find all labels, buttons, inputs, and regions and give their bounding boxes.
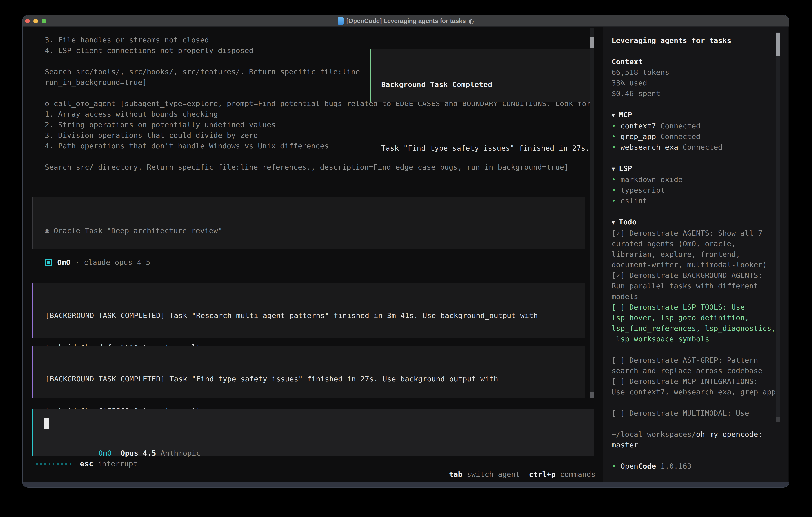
text-line: [612, 397, 776, 408]
sidebar-content: Leveraging agents for tasks Context66,51…: [612, 35, 776, 471]
terminal-window: [OpenCode] Leveraging agents for tasks ◐…: [23, 16, 789, 487]
lsp-name: markdown-oxide: [620, 175, 683, 184]
app-name: Open: [620, 462, 638, 470]
workspace-branch: master: [612, 441, 638, 449]
text-segment: 2. String operations on potentially unde…: [45, 120, 276, 129]
todo-text: Run parallel tasks with different: [612, 282, 758, 290]
notification-title: Background Task Completed: [381, 79, 591, 90]
context-spent: $0.46 spent: [612, 89, 660, 98]
lsp-item: • markdown-oxide: [612, 174, 776, 185]
mcp-status: Connected: [660, 122, 700, 130]
todo-text: models: [612, 293, 638, 301]
lsp-item: • eslint: [612, 195, 776, 206]
bullet-icon: •: [612, 462, 620, 470]
esc-key: esc: [80, 460, 93, 468]
agent-model: claude-opus-4-5: [84, 257, 150, 268]
lsp-name: typescript: [620, 186, 665, 194]
todo-text: [✓] Demonstrate BACKGROUND AGENTS:: [612, 271, 763, 279]
lsp-name: eslint: [620, 196, 647, 205]
sidebar-scrollbar-end[interactable]: [776, 417, 780, 422]
context-heading-line: Context: [612, 56, 776, 67]
agent-name: OmO: [57, 257, 70, 268]
text-line: [612, 46, 776, 56]
todo-text: lsp_workspace_symbols: [612, 335, 709, 343]
bullet-icon: •: [612, 122, 620, 130]
todo-item-line: curated agents (OmO, oracle,: [612, 238, 776, 249]
todo-item-line: [ ] Demonstrate MCP INTEGRATIONS:: [612, 376, 776, 387]
bullet-icon: •: [612, 186, 620, 194]
window-title: [OpenCode] Leveraging agents for tasks ◐: [23, 16, 789, 27]
statusbar-left: esc interrupt: [36, 458, 138, 469]
agent-icon: [45, 259, 52, 266]
app-name-bold: Code: [638, 462, 656, 470]
chat-scrollbar[interactable]: [590, 28, 594, 398]
document-icon: [338, 18, 344, 25]
bullet-icon: •: [612, 175, 620, 184]
bullet-icon: •: [612, 132, 620, 140]
mcp-name: websearch_exa: [620, 143, 683, 151]
app-version: 1.0.163: [656, 462, 692, 470]
tab-key: tab: [449, 470, 463, 479]
mcp-item: • context7 Connected: [612, 120, 776, 131]
workspace-line: ~/local-workspaces/oh-my-opencode:: [612, 429, 776, 440]
lsp-heading: LSP: [619, 164, 632, 172]
context-used-line: 33% used: [612, 78, 776, 88]
chat-scrollbar-end[interactable]: [590, 392, 594, 398]
mcp-heading: MCP: [619, 111, 632, 119]
context-tokens-line: 66,518 tokens: [612, 67, 776, 78]
text-segment: 4. LSP client connections not properly d…: [45, 46, 254, 55]
agent-header: OmO · claude-opus-4-5: [45, 257, 150, 268]
todo-text: document-writer, multimodal-looker): [612, 261, 767, 269]
notification-body: Task "Find type safety issues" finished …: [381, 143, 591, 153]
context-used: 33% used: [612, 79, 647, 87]
todo-text: [ ] Demonstrate MULTIMODAL: Use: [612, 409, 749, 417]
text-line: [612, 418, 776, 429]
todo-text: [✓] Demonstrate AGENTS: Show all 7: [612, 229, 763, 237]
mcp-item: • grep_app Connected: [612, 131, 776, 142]
text-line: [612, 344, 776, 355]
text-line: [612, 152, 776, 163]
chat-scrollbar-thumb[interactable]: [590, 36, 594, 48]
workspace-repo: oh-my-opencode:: [696, 430, 762, 438]
branch-line: master: [612, 440, 776, 450]
task-message-line1: [BACKGROUND TASK COMPLETED] Task "Find t…: [45, 374, 585, 384]
mcp-name: context7: [620, 122, 660, 130]
record-icon: ◉: [45, 226, 54, 235]
separator-dot: ·: [70, 257, 84, 268]
context-usage-icon: ◐: [468, 18, 474, 25]
todo-heading-line: ▼ Todo: [612, 217, 776, 228]
blank-line: [381, 111, 591, 121]
text-segment: Search src/tools/, src/hooks/, src/featu…: [45, 67, 360, 76]
prompt-input[interactable]: OmO Opus 4.5 Anthropic: [32, 409, 594, 456]
mcp-heading-line: ▼ MCP: [612, 109, 776, 120]
esc-label: interrupt: [93, 460, 138, 468]
window-title-text: [OpenCode] Leveraging agents for tasks: [346, 18, 466, 25]
context-tokens: 66,518 tokens: [612, 68, 669, 76]
context-heading: Context: [612, 58, 643, 66]
lsp-heading-line: ▼ LSP: [612, 163, 776, 174]
oracle-task-box: ◉ Oracle Task "Deep architecture review"…: [32, 197, 585, 249]
todo-item-line: lsp_find_references, lsp_diagnostics,: [612, 323, 776, 334]
todo-item-line: models: [612, 291, 776, 302]
bullet-icon: •: [612, 143, 620, 151]
todo-item-line: librarian, explore, frontend,: [612, 249, 776, 260]
background-task-box-1: [BACKGROUND TASK COMPLETED] Task "Resear…: [32, 283, 585, 338]
text-segment: run_in_background=true]: [45, 78, 147, 86]
todo-item-line: [ ] Demonstrate MULTIMODAL: Use: [612, 408, 776, 418]
chevron-down-icon: ▼: [612, 165, 619, 172]
gear-icon: ⚙: [45, 99, 54, 108]
window-titlebar[interactable]: [OpenCode] Leveraging agents for tasks ◐: [23, 16, 789, 27]
mcp-status: Connected: [660, 132, 700, 140]
todo-text: librarian, explore, frontend,: [612, 250, 741, 258]
chevron-down-icon: ▼: [612, 219, 619, 226]
todo-text: Use context7, websearch_exa, grep_app: [612, 388, 776, 396]
mcp-item: • websearch_exa Connected: [612, 142, 776, 152]
sidebar-scrollbar-thumb[interactable]: [776, 33, 780, 56]
sidebar-scrollbar[interactable]: [776, 32, 780, 422]
sidebar: Leveraging agents for tasks Context66,51…: [603, 27, 788, 483]
ctrlp-label: commands: [556, 470, 596, 479]
mcp-name: grep_app: [620, 132, 660, 140]
statusbar-right: tab switch agent ctrl+p commands: [405, 458, 596, 483]
todo-item-line: search and replace across codebase: [612, 365, 776, 376]
ctrlp-key: ctrl+p: [529, 470, 556, 479]
